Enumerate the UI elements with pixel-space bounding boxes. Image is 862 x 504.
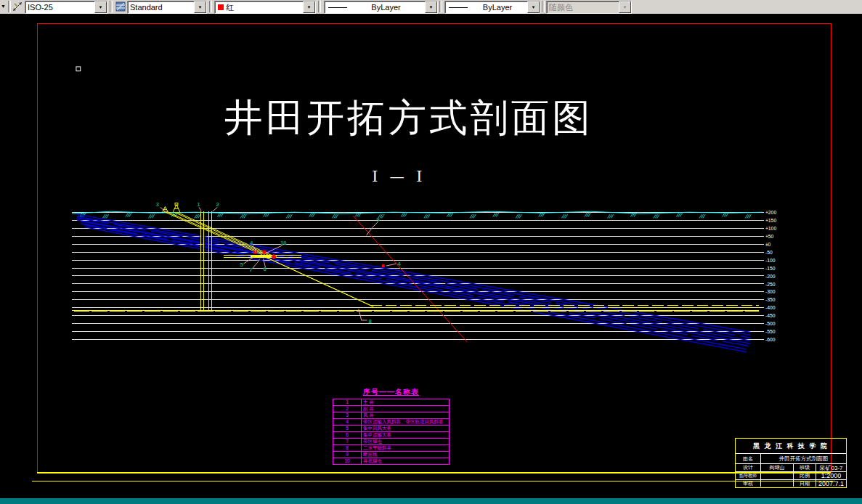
dimension-style-button[interactable] (12, 1, 24, 12)
elevation-label: -300 (765, 289, 776, 294)
scale-value: 1:2000 (816, 472, 846, 479)
legend-row: 1主 井 (333, 399, 450, 406)
callout-4: 4 (250, 240, 253, 246)
clipped-combo-arrow[interactable]: ▼ (1, 4, 6, 9)
elevation-label: +100 (765, 226, 777, 231)
lineweight-value: 随颜色 (547, 2, 619, 12)
legend-row-number: 4 (333, 419, 362, 426)
drawing-canvas[interactable]: 井田开拓方式剖面图 I — I +200+150+100+50±0-50-100… (0, 14, 862, 498)
elevation-label: +150 (765, 218, 777, 223)
toolbar-separator (110, 1, 113, 12)
legend-row-number: 7 (333, 439, 362, 445)
elevation-label: -350 (765, 297, 776, 302)
advisor-label: 指导教师 (736, 472, 761, 479)
grip-point[interactable] (76, 67, 81, 71)
toolbar: ▼ ISO-25 ▼ Standard ▼ 红 ▼ ByLayer (0, 0, 862, 15)
callout-8: 8 (368, 318, 372, 325)
shafts-and-roadways (72, 203, 759, 312)
legend-row: 5集中回风大巷 (333, 426, 450, 432)
legend-row-name: 集中运输大巷 (362, 432, 450, 439)
legend-row: 7带区煤仓 (333, 439, 450, 445)
toolbar-separator (542, 1, 545, 12)
callout-10: 10 (280, 240, 287, 246)
chevron-down-icon[interactable]: ▼ (94, 1, 107, 13)
legend-row-number: 8 (333, 445, 362, 452)
elevation-label: -50 (765, 250, 773, 255)
legend-row: 2副 井 (333, 406, 450, 412)
dimstyle-value: ISO-25 (25, 2, 94, 12)
legend-row-name: 主 井 (362, 399, 450, 406)
toolbar-separator (318, 1, 321, 12)
review-value (761, 480, 794, 487)
chevron-down-icon[interactable]: ▼ (194, 1, 206, 13)
elevation-label: -150 (765, 266, 776, 271)
legend-row-name: 风 井 (362, 412, 450, 419)
legend-row-name: 二水平暗斜井 (362, 445, 450, 452)
legend-row-number: 5 (333, 426, 362, 432)
chevron-down-icon[interactable]: ▼ (527, 1, 540, 13)
legend-row-name: 井底煤仓 (362, 458, 450, 465)
review-label: 审核 (736, 480, 761, 487)
chevron-down-icon[interactable]: ▼ (425, 1, 437, 13)
elevation-label: -100 (765, 258, 776, 263)
legend-row: 6集中运输大巷 (333, 432, 450, 439)
elevation-label: -250 (765, 282, 776, 287)
callout-3: 3 (156, 201, 160, 208)
callout-1: 1 (197, 201, 200, 208)
toolbar-separator (439, 1, 442, 12)
scale-label: 比例 (794, 472, 816, 479)
elevation-label: +50 (765, 234, 774, 239)
legend-table: 1主 井2副 井3风 井4带区运输入风斜巷、带区轨道回风斜巷5集中回风大巷6集中… (333, 399, 450, 465)
legend-row: 3风 井 (333, 412, 450, 419)
advisor-value (761, 472, 794, 479)
lineweight-combobox: 随颜色 ▼ (546, 1, 632, 14)
legend-row-name: 带区煤仓 (362, 439, 450, 445)
dimstyle-combobox[interactable]: ISO-25 ▼ (25, 1, 107, 14)
legend-row-name: 带区运输入风斜巷、带区轨道回风斜巷 (362, 419, 450, 426)
text-style-button[interactable] (114, 1, 126, 12)
elevation-label: -500 (765, 321, 776, 326)
legend-row-number: 1 (333, 399, 362, 406)
class-value: 采矿03-7 (816, 464, 846, 471)
drawing-name-value: 井田开拓方式剖面图 (761, 454, 846, 463)
date-value: 2007.7.1 (816, 480, 846, 487)
legend-row-number: 10 (333, 458, 362, 465)
legend-row-number: 3 (333, 412, 362, 419)
callout-2: 2 (216, 201, 219, 208)
callout-6: 6 (264, 266, 267, 272)
color-bylayer-icon (328, 7, 347, 8)
text-style-icon (115, 1, 126, 12)
textstyle-combobox[interactable]: Standard ▼ (127, 1, 207, 14)
dimension-style-icon (12, 1, 23, 12)
elevation-grid: +200+150+100+50±0-50-100-150-200-250-300… (72, 210, 776, 342)
legend-row: 10井底煤仓 (333, 458, 450, 465)
elevation-label: -400 (765, 305, 776, 310)
elevation-label: ±0 (765, 242, 771, 247)
desktop-strip (0, 498, 862, 504)
legend-row-name: 断层线 (362, 452, 450, 458)
class-label: 班级 (794, 464, 816, 471)
legend-row: 9断层线 (333, 452, 450, 458)
layer-color-swatch (218, 4, 224, 10)
callout-5: 5 (240, 261, 243, 268)
drawing-name-label: 图名 (736, 454, 761, 463)
chevron-down-icon[interactable]: ▼ (303, 1, 315, 13)
linetype-icon (449, 7, 468, 8)
linetype-combobox[interactable]: ByLayer ▼ (444, 1, 540, 14)
color-value: ByLayer (347, 2, 425, 12)
toolbar-separator (8, 1, 11, 12)
legend-row-number: 6 (333, 432, 362, 439)
layer-value: 红 (224, 2, 303, 12)
linetype-value: ByLayer (468, 2, 527, 12)
school-name: 黑 龙 江 科 技 学 院 (736, 439, 846, 454)
elevation-label: +200 (765, 210, 777, 215)
elevation-label: -200 (765, 274, 776, 279)
toolbar-separator (209, 1, 212, 12)
drawing-title: 井田开拓方式剖面图 (224, 95, 593, 139)
color-combobox[interactable]: ByLayer ▼ (324, 1, 438, 14)
legend: 序号——名称表 1主 井2副 井3风 井4带区运输入风斜巷、带区轨道回风斜巷5集… (333, 386, 450, 465)
textstyle-value: Standard (128, 2, 194, 12)
legend-title: 序号——名称表 (333, 386, 450, 399)
legend-row-name: 副 井 (362, 406, 450, 412)
layer-combobox[interactable]: 红 ▼ (214, 1, 316, 14)
